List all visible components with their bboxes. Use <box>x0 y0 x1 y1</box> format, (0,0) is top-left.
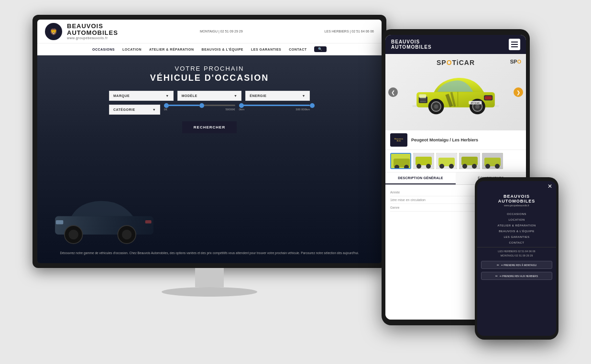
nav-garanties[interactable]: LES GARANTIES <box>251 48 281 51</box>
dealer-logo-icon: BeauvoisAuto <box>390 133 407 147</box>
categorie-select[interactable]: CATÉGORIE ▼ <box>109 105 160 115</box>
close-row: ✕ <box>477 181 556 192</box>
svg-point-20 <box>434 104 438 108</box>
hamburger-line-1 <box>511 42 518 43</box>
contact-right: LES HERBIERS | 02 51 64 06 06 <box>325 30 374 33</box>
edit-icon-2: ✏ <box>495 274 498 278</box>
mobile-nav-contact[interactable]: CONTACT <box>509 240 524 245</box>
svg-rect-14 <box>420 100 426 102</box>
monitor-stand-base <box>162 287 257 297</box>
modele-select[interactable]: MODÈLE ▼ <box>177 91 242 101</box>
km-range-track[interactable] <box>239 105 310 106</box>
price-range-labels: 0€ 50000€ <box>164 108 235 111</box>
nav-occasions[interactable]: OCCASIONS <box>92 48 115 51</box>
monitor-stand-neck <box>195 268 224 287</box>
mobile-device: ✕ BEAUVOIS AUTOMOBILES www.groupebeauvoi… <box>475 177 558 340</box>
svg-point-6 <box>122 230 132 240</box>
nav-search-button[interactable]: 🔍 <box>314 46 327 52</box>
tab-description[interactable]: DESCRIPTION GÉNÉRALE <box>385 172 456 184</box>
svg-point-45 <box>495 164 500 169</box>
desktop-nav: OCCASIONS LOCATION ATELIER & RÉPARATION … <box>37 43 382 55</box>
edit-icon: ✏ <box>497 263 499 267</box>
svg-text:🦁: 🦁 <box>50 28 58 36</box>
hamburger-line-3 <box>511 46 518 47</box>
tablet-header: BEAUVOIS AUTOMOBILES <box>385 35 526 54</box>
tablet-brand-area: BEAUVOIS AUTOMOBILES <box>391 39 432 50</box>
spoticar-logo-2: SPO <box>510 59 521 64</box>
contact-left: MONTAIGU | 02 51 09 29 29 <box>200 29 243 34</box>
peugeot-logo-icon: 🦁 <box>45 23 62 40</box>
form-row-2: CATÉGORIE ▼ 0€ <box>109 105 310 115</box>
thumbnail-3[interactable] <box>436 153 457 169</box>
thumbnail-4[interactable] <box>459 153 480 169</box>
mobile-nav-equipe[interactable]: BEAUVOIS & L'ÉQUIPE <box>499 229 535 234</box>
monitor-frame: 🦁 BEAUVOIS AUTOMOBILES www.groupebeauvoi… <box>33 15 386 268</box>
svg-rect-15 <box>419 95 427 98</box>
marque-select[interactable]: MARQUE ▼ <box>109 91 174 101</box>
mobile-screen: ✕ BEAUVOIS AUTOMOBILES www.groupebeauvoi… <box>477 181 556 336</box>
svg-text:SP●TiCAR: SP●TiCAR <box>471 102 480 104</box>
close-button[interactable]: ✕ <box>547 183 552 190</box>
svg-rect-8 <box>145 220 152 224</box>
car-silhouette-icon <box>47 192 162 249</box>
nav-atelier[interactable]: ATELIER & RÉPARATION <box>149 48 194 51</box>
spoticar-logo: SPOTiCAR <box>437 59 475 66</box>
svg-point-33 <box>426 164 431 169</box>
km-range-container: 0km 300 000km <box>239 105 310 115</box>
mobile-header: BEAUVOIS AUTOMOBILES www.groupebeauvoils… <box>477 192 556 210</box>
svg-point-23 <box>475 104 480 108</box>
mobile-nav: OCCASIONS LOCATION ATELIER & RÉPARATION … <box>477 210 556 247</box>
tablet-car-image: SPOTiCAR SPO <box>385 54 526 130</box>
mobile-nav-atelier[interactable]: ATELIER & RÉPARATION <box>497 223 536 228</box>
hamburger-line-2 <box>511 44 518 45</box>
carousel-next-button[interactable]: ❯ <box>514 87 523 97</box>
svg-point-40 <box>462 164 467 169</box>
mobile-nav-garanties[interactable]: LES GARANTIES <box>503 235 529 239</box>
desktop-monitor: 🦁 BEAUVOIS AUTOMOBILES www.groupebeauvoi… <box>33 15 386 311</box>
scene: 🦁 BEAUVOIS AUTOMOBILES www.groupebeauvoi… <box>33 15 558 349</box>
svg-point-44 <box>485 164 490 169</box>
thumbnail-5[interactable] <box>482 153 503 169</box>
nav-contact[interactable]: CONTACT <box>289 48 306 51</box>
hero-title: VÉHICULE D'OCCASION <box>150 73 269 83</box>
search-button[interactable]: RECHERCHER <box>182 121 237 133</box>
svg-point-4 <box>68 230 78 240</box>
svg-rect-17 <box>485 96 492 99</box>
mobile-nav-location[interactable]: LOCATION <box>508 217 525 222</box>
svg-rect-39 <box>461 157 478 165</box>
svg-point-36 <box>439 164 444 169</box>
thumbnail-2[interactable] <box>413 153 434 169</box>
svg-rect-31 <box>416 157 432 165</box>
svg-point-32 <box>416 164 421 169</box>
nav-beauvois-equipe[interactable]: BEAUVOIS & L'ÉQUIPE <box>202 48 243 51</box>
carousel-prev-button[interactable]: ❮ <box>388 87 398 97</box>
mobile-nav-occasions[interactable]: OCCASIONS <box>507 212 526 216</box>
dealer-name: Peugeot Montaigu / Les Herbiers <box>411 138 478 142</box>
hero-subtitle: VOTRE PROCHAIN <box>175 65 244 72</box>
energie-select[interactable]: ÉNERGIE ▼ <box>245 91 310 101</box>
logo-area: 🦁 BEAUVOIS AUTOMOBILES www.groupebeauvoi… <box>45 23 118 40</box>
svg-rect-7 <box>56 220 63 225</box>
svg-point-37 <box>449 164 454 169</box>
monitor-screen: 🦁 BEAUVOIS AUTOMOBILES www.groupebeauvoi… <box>37 20 382 263</box>
image-thumbnails <box>385 150 526 172</box>
mobile-contact-info: LES HERBIERS 02 51 64 06 06 MONTAIGU 02 … <box>477 247 556 260</box>
price-range-track[interactable] <box>164 105 235 106</box>
thumbnail-1[interactable] <box>390 153 411 169</box>
svg-point-41 <box>472 164 477 169</box>
rdv-montaigu-button[interactable]: ✏ ✏ PRENDRE RDV À MONTAIGU <box>481 261 552 269</box>
nav-location[interactable]: LOCATION <box>122 48 142 51</box>
form-row-1: MARQUE ▼ MODÈLE ▼ ÉNERGIE ▼ <box>109 91 310 101</box>
hero-description: Découvrez notre gamme de véhicules d'occ… <box>37 251 382 256</box>
price-range-container: 0€ 50000€ <box>164 105 235 115</box>
search-form: MARQUE ▼ MODÈLE ▼ ÉNERGIE ▼ <box>109 91 310 133</box>
brand-name: BEAUVOIS AUTOMOBILES www.groupebeauvoils… <box>67 23 118 40</box>
car-image-icon: SP●TiCAR <box>408 68 503 116</box>
desktop-header: 🦁 BEAUVOIS AUTOMOBILES www.groupebeauvoi… <box>37 20 382 43</box>
dealer-info-row: BeauvoisAuto Peugeot Montaigu / Les Herb… <box>385 130 526 150</box>
km-range-labels: 0km 300 000km <box>239 108 310 111</box>
rdv-herbiers-button[interactable]: ✏ ✏ PRENDRE RDV AUX HERBIERS <box>481 272 552 280</box>
hamburger-menu-button[interactable] <box>509 39 520 50</box>
hero-section: VOTRE PROCHAIN VÉHICULE D'OCCASION MARQU… <box>37 55 382 263</box>
